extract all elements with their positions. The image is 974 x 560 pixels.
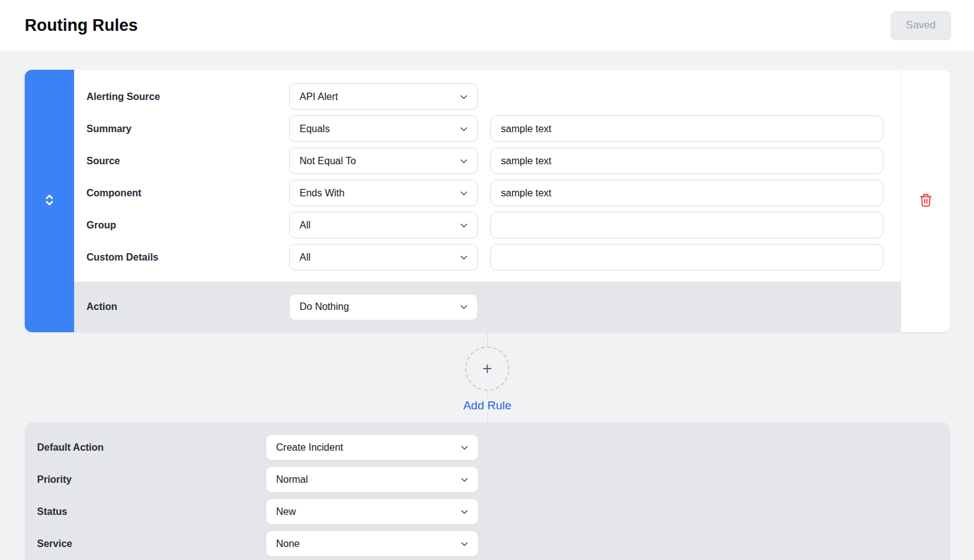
rule-body: Alerting Source API Alert Summary Equals… bbox=[74, 70, 901, 332]
condition-operator-select[interactable]: Not Equal To bbox=[289, 148, 478, 174]
condition-value-input[interactable] bbox=[490, 212, 883, 238]
delete-rule-button[interactable] bbox=[915, 189, 937, 213]
condition-value-input[interactable] bbox=[490, 115, 883, 142]
default-setting-value: New bbox=[276, 506, 296, 517]
chevron-down-icon bbox=[459, 124, 469, 134]
default-row-priority: Priority Normal bbox=[25, 466, 950, 493]
chevron-down-icon bbox=[460, 475, 469, 485]
chevron-down-icon bbox=[460, 539, 469, 549]
chevron-down-icon bbox=[459, 302, 469, 312]
condition-operator-value: All bbox=[300, 220, 311, 231]
default-setting-label: Service bbox=[37, 538, 266, 550]
rule-delete-column bbox=[901, 70, 950, 332]
default-row-status: Status New bbox=[25, 498, 950, 525]
condition-operator-select[interactable]: Equals bbox=[289, 115, 478, 142]
condition-label: Group bbox=[86, 220, 289, 231]
chevron-down-icon bbox=[459, 253, 469, 262]
default-setting-label: Priority bbox=[37, 474, 266, 485]
default-settings-panel: Default Action Create Incident Priority … bbox=[25, 422, 950, 560]
condition-value-input[interactable] bbox=[490, 180, 883, 206]
chevron-down-icon bbox=[459, 92, 469, 102]
rule-card: Alerting Source API Alert Summary Equals… bbox=[25, 70, 950, 332]
condition-row-custom-details: Custom Details All bbox=[74, 244, 901, 270]
condition-row-source: Source Not Equal To bbox=[74, 148, 901, 174]
chevron-down-icon bbox=[460, 443, 469, 453]
rule-conditions: Alerting Source API Alert Summary Equals… bbox=[74, 70, 901, 282]
trash-icon bbox=[918, 193, 933, 209]
add-rule-label[interactable]: Add Rule bbox=[457, 399, 518, 412]
chevron-down-icon bbox=[459, 220, 469, 230]
chevron-down-icon bbox=[459, 156, 469, 166]
default-setting-select[interactable]: New bbox=[266, 498, 479, 525]
rule-drag-handle[interactable] bbox=[25, 70, 74, 332]
default-setting-select[interactable]: Create Incident bbox=[266, 434, 479, 461]
condition-operator-value: Equals bbox=[300, 123, 330, 135]
action-label: Action bbox=[86, 301, 289, 312]
add-rule-button[interactable]: + bbox=[465, 346, 510, 391]
condition-row-alerting-source: Alerting Source API Alert bbox=[74, 83, 901, 110]
default-setting-value: Create Incident bbox=[276, 442, 343, 453]
saved-button[interactable]: Saved bbox=[891, 11, 951, 40]
condition-operator-select[interactable]: All bbox=[289, 244, 478, 270]
condition-label: Source bbox=[86, 156, 289, 167]
condition-operator-select[interactable]: API Alert bbox=[289, 83, 478, 110]
condition-label: Alerting Source bbox=[86, 91, 289, 102]
default-setting-value: Normal bbox=[276, 474, 308, 485]
default-setting-label: Status bbox=[37, 506, 266, 517]
condition-operator-value: API Alert bbox=[300, 91, 338, 102]
chevron-down-icon bbox=[460, 507, 469, 517]
condition-row-summary: Summary Equals bbox=[74, 115, 901, 142]
add-rule-connector: + Add Rule bbox=[25, 332, 950, 422]
page-title: Routing Rules bbox=[25, 16, 138, 35]
action-select[interactable]: Do Nothing bbox=[289, 294, 478, 320]
condition-operator-value: Not Equal To bbox=[300, 156, 356, 167]
default-setting-select[interactable]: None bbox=[266, 530, 479, 557]
chevron-down-icon bbox=[459, 188, 469, 198]
condition-row-group: Group All bbox=[74, 212, 901, 238]
default-row-default-action: Default Action Create Incident bbox=[25, 434, 950, 461]
content: Alerting Source API Alert Summary Equals… bbox=[0, 51, 974, 560]
condition-row-component: Component Ends With bbox=[74, 180, 901, 206]
condition-label: Custom Details bbox=[86, 252, 289, 263]
default-setting-select[interactable]: Normal bbox=[266, 466, 479, 493]
rule-action-row: Action Do Nothing bbox=[74, 282, 901, 332]
condition-label: Summary bbox=[86, 123, 289, 135]
condition-label: Component bbox=[86, 188, 289, 199]
action-select-value: Do Nothing bbox=[300, 301, 349, 312]
plus-icon: + bbox=[482, 361, 492, 377]
condition-operator-select[interactable]: All bbox=[289, 212, 478, 238]
default-setting-label: Default Action bbox=[37, 442, 266, 453]
default-setting-value: None bbox=[276, 538, 300, 550]
page-header: Routing Rules Saved bbox=[0, 0, 974, 51]
condition-operator-select[interactable]: Ends With bbox=[289, 180, 478, 206]
default-row-service: Service None bbox=[25, 530, 950, 557]
condition-value-input[interactable] bbox=[490, 244, 883, 270]
chevrons-up-down-icon bbox=[43, 193, 56, 209]
condition-operator-value: Ends With bbox=[300, 188, 345, 199]
default-settings-rows: Default Action Create Incident Priority … bbox=[25, 434, 950, 557]
condition-operator-value: All bbox=[300, 252, 311, 263]
condition-value-input[interactable] bbox=[490, 148, 883, 174]
